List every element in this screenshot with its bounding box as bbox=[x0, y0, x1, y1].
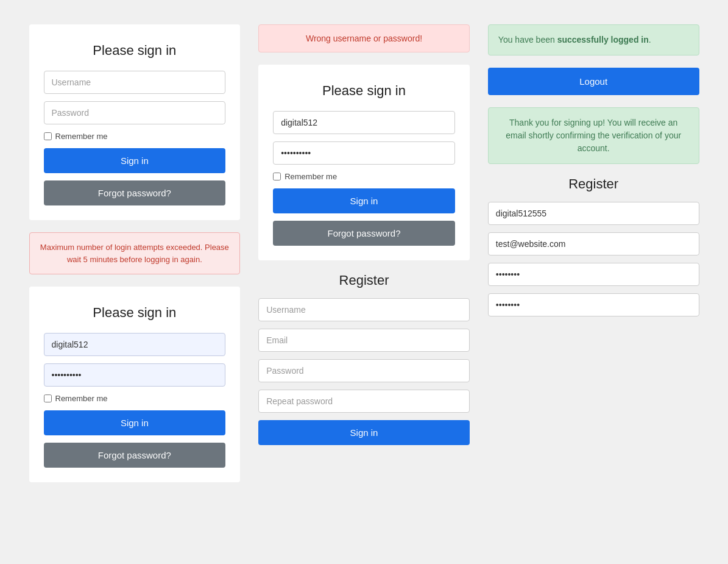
register-email-col3[interactable] bbox=[488, 232, 699, 255]
register-section-col2: Register Sign in bbox=[258, 273, 470, 445]
logout-button[interactable]: Logout bbox=[488, 68, 699, 95]
login-attempts-text: Maximum number of login attempts exceede… bbox=[40, 243, 229, 264]
remember-label-col2: Remember me bbox=[284, 172, 337, 181]
signin-title-2: Please sign in bbox=[44, 305, 226, 321]
password-input-2[interactable] bbox=[44, 363, 226, 387]
signin-form-col2: Please sign in Remember me Sign in Forgo… bbox=[258, 65, 470, 260]
username-input-col2[interactable] bbox=[273, 111, 455, 134]
register-password-col2[interactable] bbox=[258, 359, 470, 382]
forgot-button-1[interactable]: Forgot password? bbox=[44, 180, 226, 205]
remember-row-1: Remember me bbox=[44, 132, 226, 141]
register-username-col2[interactable] bbox=[258, 298, 470, 321]
register-email-col2[interactable] bbox=[258, 329, 470, 352]
success-text-2: . bbox=[649, 35, 651, 45]
signup-info-alert: Thank you for signing up! You will recei… bbox=[488, 107, 699, 164]
register-password-col3[interactable] bbox=[488, 263, 699, 286]
login-attempts-alert: Maximum number of login attempts exceede… bbox=[29, 232, 241, 274]
username-input-2[interactable] bbox=[44, 333, 226, 356]
register-repeat-col3[interactable] bbox=[488, 293, 699, 316]
column-2: Wrong username or password! Please sign … bbox=[258, 24, 470, 445]
password-input-col2[interactable] bbox=[273, 141, 455, 165]
register-repeat-col2[interactable] bbox=[258, 390, 470, 413]
signin-form-empty: Please sign in Remember me Sign in Forgo… bbox=[29, 24, 241, 220]
column-1: Please sign in Remember me Sign in Forgo… bbox=[29, 24, 241, 482]
signin-form-filled: Please sign in Remember me Sign in Forgo… bbox=[29, 287, 241, 482]
signin-title-col2: Please sign in bbox=[273, 83, 455, 99]
wrong-password-alert: Wrong username or password! bbox=[258, 24, 470, 52]
success-alert: You have been successfully logged in. bbox=[488, 24, 699, 55]
signin-title-1: Please sign in bbox=[44, 43, 226, 59]
remember-checkbox-2[interactable] bbox=[44, 394, 52, 402]
remember-checkbox-col2[interactable] bbox=[273, 173, 281, 180]
username-input-1[interactable] bbox=[44, 71, 226, 94]
forgot-button-col2[interactable]: Forgot password? bbox=[273, 221, 455, 246]
remember-checkbox-1[interactable] bbox=[44, 132, 52, 140]
forgot-button-2[interactable]: Forgot password? bbox=[44, 443, 226, 468]
column-3: You have been successfully logged in. Lo… bbox=[488, 24, 699, 316]
success-text-1: You have been bbox=[498, 35, 557, 45]
remember-row-2: Remember me bbox=[44, 394, 226, 403]
remember-label-1: Remember me bbox=[55, 132, 108, 141]
register-username-col3[interactable] bbox=[488, 202, 699, 225]
remember-label-2: Remember me bbox=[55, 394, 108, 403]
register-title-col2: Register bbox=[258, 273, 470, 288]
signin-button-col2[interactable]: Sign in bbox=[273, 188, 455, 213]
signin-button-2[interactable]: Sign in bbox=[44, 410, 226, 435]
signin-button-1[interactable]: Sign in bbox=[44, 148, 226, 173]
page-wrapper: Please sign in Remember me Sign in Forgo… bbox=[29, 24, 699, 482]
wrong-password-text: Wrong username or password! bbox=[306, 34, 422, 43]
register-section-col3: Register bbox=[488, 176, 699, 316]
success-text-bold: successfully logged in bbox=[557, 35, 649, 45]
register-title-col3: Register bbox=[488, 176, 699, 192]
remember-row-col2: Remember me bbox=[273, 172, 455, 181]
register-signin-button-col2[interactable]: Sign in bbox=[258, 420, 470, 445]
password-input-1[interactable] bbox=[44, 101, 226, 124]
signup-info-text: Thank you for signing up! You will recei… bbox=[506, 118, 681, 153]
